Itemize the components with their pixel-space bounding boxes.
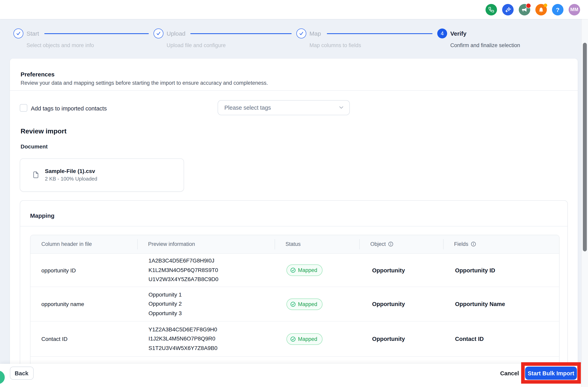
column-header: Object bbox=[359, 235, 443, 253]
add-tags-checkbox[interactable] bbox=[20, 104, 27, 111]
step-start-label[interactable]: Start bbox=[26, 30, 39, 37]
table-header-row: Column header in file Preview informatio… bbox=[30, 235, 559, 254]
preview-line: K1L2M3N4O5P6Q7R8S9T0 bbox=[148, 266, 275, 275]
notification-dot bbox=[544, 3, 547, 7]
row-column-header: opportunity name bbox=[30, 301, 137, 307]
row-preview: 1A2B3C4D5E6F7G8H9I0J K1L2M3N4O5P6Q7R8S9T… bbox=[137, 256, 275, 284]
bulk-import-verify-page: ? MM Start Select objects and more info … bbox=[0, 0, 588, 387]
scrollbar-track[interactable] bbox=[581, 19, 588, 387]
ai-sparkles-icon[interactable] bbox=[502, 4, 514, 15]
preview-line: I1J2K3L4M5N6O7P8Q9R0 bbox=[148, 334, 275, 344]
row-object: Opportunity bbox=[359, 301, 443, 307]
step-connector bbox=[190, 33, 292, 34]
column-header: Status bbox=[275, 235, 359, 253]
status-badge-label: Mapped bbox=[298, 336, 317, 342]
preview-line: Opportunity 1 bbox=[148, 290, 275, 300]
column-header-label: Preview information bbox=[148, 241, 195, 247]
step-connector bbox=[44, 33, 149, 34]
row-field: Opportunity ID bbox=[443, 267, 559, 273]
tags-select-placeholder: Please select tags bbox=[224, 104, 271, 111]
mapping-divider bbox=[20, 226, 567, 226]
step-connector bbox=[327, 33, 433, 34]
add-tags-label: Add tags to imported contacts bbox=[31, 105, 107, 111]
row-object: Opportunity bbox=[359, 267, 443, 273]
row-status: Mapped bbox=[275, 264, 359, 276]
row-field: Opportunity Name bbox=[443, 301, 559, 307]
help-glyph: ? bbox=[556, 6, 560, 12]
column-separator bbox=[443, 239, 443, 249]
status-badge-label: Mapped bbox=[298, 301, 317, 307]
notifications-bell-icon[interactable] bbox=[535, 4, 547, 15]
step-upload-circle[interactable] bbox=[153, 28, 163, 38]
status-badge-label: Mapped bbox=[298, 267, 317, 273]
avatar-initials: MM bbox=[570, 7, 578, 12]
table-row: Contact ID Y1Z2A3B4C5D6E7F8G9H0 I1J2K3L4… bbox=[30, 322, 559, 357]
row-status: Mapped bbox=[275, 298, 359, 310]
row-column-header: Contact ID bbox=[30, 336, 137, 342]
column-separator bbox=[275, 239, 275, 249]
column-header-label: Status bbox=[286, 241, 301, 247]
announcements-megaphone-icon[interactable] bbox=[519, 4, 530, 15]
column-header-label: Column header in file bbox=[41, 241, 92, 247]
row-field: Contact ID bbox=[443, 336, 559, 342]
info-icon[interactable] bbox=[471, 242, 476, 247]
step-start-sublabel: Select objects and more info bbox=[26, 42, 94, 48]
help-icon[interactable]: ? bbox=[552, 4, 564, 15]
step-start-circle[interactable] bbox=[13, 28, 23, 38]
uploaded-file-card[interactable]: Sample-File (1).csv 2 KB - 100% Uploaded bbox=[20, 158, 184, 192]
file-name: Sample-File (1).csv bbox=[45, 168, 97, 175]
step-map-label[interactable]: Map bbox=[309, 30, 321, 37]
check-icon bbox=[16, 31, 21, 36]
file-meta: 2 KB - 100% Uploaded bbox=[45, 175, 97, 182]
file-icon bbox=[32, 170, 39, 179]
step-map-circle[interactable] bbox=[296, 28, 306, 38]
info-icon[interactable] bbox=[388, 242, 393, 247]
preview-line: Opportunity 2 bbox=[148, 300, 275, 309]
footer-bar: Back Cancel Start Bulk Import bbox=[0, 364, 588, 387]
status-badge: Mapped bbox=[287, 333, 322, 345]
column-header: Column header in file bbox=[30, 235, 137, 253]
preview-line: 1A2B3C4D5E6F7G8H9I0J bbox=[148, 256, 275, 266]
check-icon bbox=[299, 31, 304, 36]
avatar[interactable]: MM bbox=[569, 4, 580, 15]
back-button[interactable]: Back bbox=[10, 366, 33, 380]
row-object: Opportunity bbox=[359, 336, 443, 342]
check-circle-icon bbox=[290, 336, 296, 342]
preferences-description: Review your data and mapping settings be… bbox=[21, 80, 268, 86]
check-icon bbox=[156, 31, 161, 36]
mapping-title: Mapping bbox=[30, 212, 54, 219]
notification-dot bbox=[526, 3, 531, 8]
preview-line: Y1Z2A3B4C5D6E7F8G9H0 bbox=[148, 325, 275, 334]
step-number: 4 bbox=[441, 30, 443, 36]
column-header: Preview information bbox=[137, 235, 275, 253]
row-column-header: opportunity ID bbox=[30, 267, 137, 273]
mapping-table: Column header in file Preview informatio… bbox=[30, 235, 559, 371]
step-map-sublabel: Map columns to fields bbox=[309, 42, 361, 48]
phone-icon[interactable] bbox=[485, 4, 497, 15]
content-card: Preferences Review your data and mapping… bbox=[10, 58, 578, 372]
preferences-title: Preferences bbox=[21, 71, 55, 77]
preview-line: U1V2W3X4Y5Z6A7B8C9D0 bbox=[148, 275, 275, 284]
top-bar: ? MM bbox=[0, 0, 588, 19]
step-verify-sublabel: Confirm and finalize selection bbox=[450, 42, 520, 48]
row-preview: Y1Z2A3B4C5D6E7F8G9H0 I1J2K3L4M5N6O7P8Q9R… bbox=[137, 325, 275, 353]
step-upload-sublabel: Upload file and configure bbox=[167, 42, 226, 48]
step-verify-label[interactable]: Verify bbox=[450, 30, 466, 37]
row-status: Mapped bbox=[275, 333, 359, 345]
column-header-label: Fields bbox=[454, 241, 468, 247]
start-bulk-import-button[interactable]: Start Bulk Import bbox=[525, 366, 577, 380]
status-badge: Mapped bbox=[287, 298, 322, 310]
status-badge: Mapped bbox=[287, 264, 322, 276]
table-row: opportunity name Opportunity 1 Opportuni… bbox=[30, 287, 559, 322]
scrollbar-thumb[interactable] bbox=[583, 43, 587, 251]
preview-line: Opportunity 3 bbox=[148, 309, 275, 318]
preview-line: S1T2U3V4W5X6Y7Z8A9B0 bbox=[148, 344, 275, 353]
step-verify-circle[interactable]: 4 bbox=[437, 28, 447, 38]
step-upload-label[interactable]: Upload bbox=[167, 30, 185, 37]
cancel-button[interactable]: Cancel bbox=[498, 369, 521, 378]
document-label: Document bbox=[21, 143, 48, 150]
check-circle-icon bbox=[290, 267, 296, 273]
chevron-down-icon bbox=[338, 105, 344, 110]
tags-select[interactable]: Please select tags bbox=[218, 100, 350, 115]
column-header: Fields bbox=[443, 235, 559, 253]
